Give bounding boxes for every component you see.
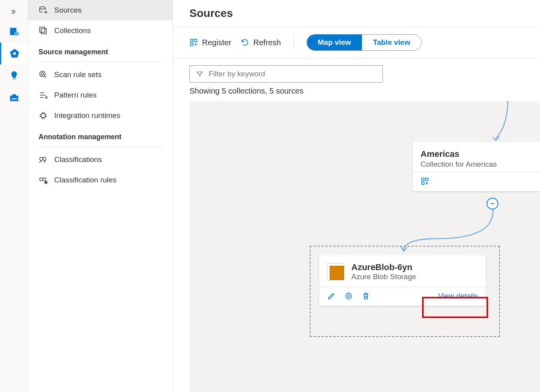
- divider: [39, 62, 162, 62]
- map-canvas[interactable]: Americas Collection for Americas AzureBl…: [189, 101, 540, 392]
- nav-label: Collections: [54, 26, 91, 35]
- svg-point-13: [40, 71, 45, 77]
- svg-point-19: [40, 178, 43, 181]
- collections-icon: [39, 26, 48, 35]
- icon-rail: [0, 0, 28, 392]
- svg-point-14: [41, 73, 44, 75]
- connector-line: [480, 101, 512, 144]
- rail-catalog[interactable]: [0, 20, 28, 42]
- page-title: Sources: [173, 0, 540, 27]
- register-label: Register: [202, 38, 231, 47]
- svg-rect-22: [191, 39, 193, 42]
- svg-point-28: [346, 293, 352, 299]
- svg-point-5: [13, 52, 16, 55]
- svg-point-17: [40, 157, 43, 160]
- refresh-button[interactable]: Refresh: [241, 38, 281, 47]
- svg-rect-6: [13, 78, 15, 80]
- refresh-icon: [241, 38, 249, 47]
- blob-storage-icon: [327, 263, 344, 280]
- filter-icon: [196, 70, 203, 77]
- svg-rect-11: [41, 29, 46, 34]
- view-details-link[interactable]: View details: [438, 292, 478, 300]
- filter-input[interactable]: [209, 70, 376, 78]
- toolbar: Register Refresh Map view Table view: [173, 27, 540, 58]
- rail-insights[interactable]: [0, 64, 28, 86]
- nav-classifications[interactable]: Classifications: [28, 149, 173, 170]
- rail-management[interactable]: [0, 86, 28, 109]
- source-title: AzureBlob-6yn: [351, 262, 416, 272]
- svg-rect-24: [195, 39, 197, 42]
- runtime-icon: [39, 111, 48, 120]
- sources-icon: [39, 6, 48, 15]
- pattern-icon: [39, 90, 48, 100]
- scan-icon[interactable]: [344, 292, 353, 300]
- nav-collections[interactable]: Collections: [28, 20, 173, 41]
- nav-integration-runtimes[interactable]: Integration runtimes: [28, 105, 173, 126]
- separator: [294, 35, 294, 50]
- svg-rect-12: [40, 27, 45, 32]
- svg-point-20: [43, 178, 46, 181]
- refresh-label: Refresh: [253, 38, 281, 47]
- svg-rect-23: [191, 43, 193, 46]
- nav-scan-rule-sets[interactable]: Scan rule sets: [28, 64, 173, 85]
- nav-label: Classifications: [54, 155, 102, 164]
- collection-card-americas[interactable]: Americas Collection for Americas: [413, 142, 540, 191]
- edit-icon[interactable]: [327, 292, 336, 300]
- nav-label: Sources: [54, 6, 82, 15]
- nav-label: Classification rules: [54, 176, 116, 184]
- section-source-management: Source management: [28, 41, 173, 59]
- map-view-toggle[interactable]: Map view: [307, 35, 362, 50]
- filter-row: [173, 58, 540, 86]
- register-icon[interactable]: [421, 177, 429, 186]
- source-card-azureblob[interactable]: AzureBlob-6yn Azure Blob Storage View de…: [319, 255, 486, 306]
- svg-rect-3: [14, 32, 19, 34]
- nav-sources[interactable]: Sources: [28, 0, 173, 20]
- collection-subtitle: Collection for Americas: [421, 160, 540, 169]
- svg-rect-26: [422, 182, 424, 184]
- svg-rect-25: [422, 178, 424, 180]
- svg-rect-16: [41, 114, 45, 118]
- source-subtitle: Azure Blob Storage: [351, 272, 416, 281]
- svg-rect-9: [11, 98, 17, 99]
- nav-classification-rules[interactable]: Classification rules: [28, 170, 173, 190]
- collapse-toggle[interactable]: [487, 198, 498, 210]
- section-annotation-management: Annotation management: [28, 126, 173, 144]
- filter-input-wrap[interactable]: [189, 65, 383, 83]
- register-button[interactable]: Register: [189, 38, 231, 47]
- main-content: Sources Register Refresh Map view Table …: [173, 0, 540, 392]
- table-view-toggle[interactable]: Table view: [362, 35, 421, 50]
- status-text: Showing 5 collections, 5 sources: [173, 86, 540, 101]
- divider: [39, 147, 162, 147]
- side-panel: Sources Collections Source management Sc…: [28, 0, 173, 392]
- svg-point-10: [40, 7, 45, 9]
- svg-rect-27: [426, 178, 428, 180]
- svg-rect-8: [12, 94, 16, 96]
- svg-point-29: [347, 295, 350, 297]
- nav-label: Integration runtimes: [54, 111, 120, 120]
- expand-nav-button[interactable]: [0, 3, 28, 20]
- delete-icon[interactable]: [362, 292, 370, 300]
- classifications-icon: [39, 155, 48, 164]
- collection-title: Americas: [421, 149, 540, 159]
- nav-label: Pattern rules: [54, 91, 97, 99]
- nav-label: Scan rule sets: [54, 70, 101, 79]
- svg-point-15: [46, 97, 47, 98]
- rail-data-map[interactable]: [0, 42, 28, 64]
- view-toggle: Map view Table view: [307, 34, 422, 51]
- svg-point-18: [43, 157, 46, 160]
- classification-rules-icon: [39, 175, 48, 185]
- nav-pattern-rules[interactable]: Pattern rules: [28, 85, 173, 105]
- scan-icon: [39, 70, 48, 79]
- register-icon: [189, 38, 198, 47]
